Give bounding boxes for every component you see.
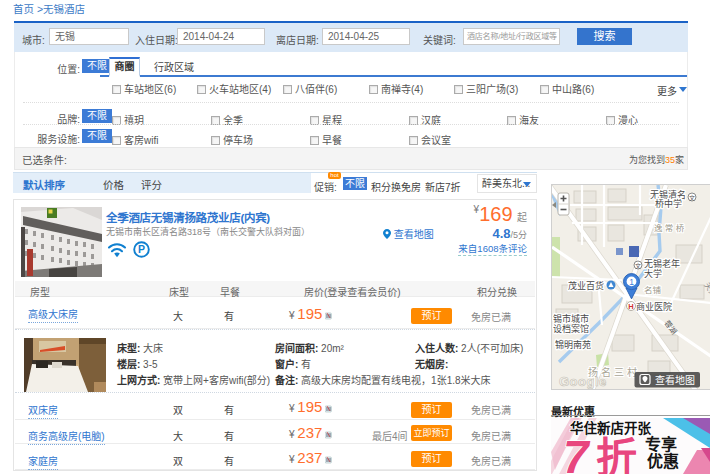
svg-text:文: 文 xyxy=(689,194,695,202)
svg-text:名铺: 名铺 xyxy=(644,285,662,295)
svg-text:茂业百货: 茂业百货 xyxy=(568,280,604,291)
svg-text:7: 7 xyxy=(563,431,591,474)
svg-text:大学: 大学 xyxy=(644,268,662,279)
svg-text:锦明南苑: 锦明南苑 xyxy=(555,339,591,350)
svg-text:1: 1 xyxy=(629,277,634,287)
svg-text:文: 文 xyxy=(635,262,641,270)
svg-text:H: H xyxy=(628,302,633,311)
svg-text:Google: Google xyxy=(559,374,607,389)
svg-text:锡市城市: 锡市城市 xyxy=(553,313,589,324)
svg-text:查看地图: 查看地图 xyxy=(655,374,695,386)
svg-text:优惠: 优惠 xyxy=(647,452,679,470)
svg-text:设档案馆: 设档案馆 xyxy=(553,323,589,334)
svg-text:专享: 专享 xyxy=(645,435,677,453)
svg-text:无锡老年: 无锡老年 xyxy=(644,258,680,269)
svg-text:逸 常 桥: 逸 常 桥 xyxy=(654,223,685,233)
svg-text:P: P xyxy=(138,243,145,255)
svg-text:商业医院: 商业医院 xyxy=(636,301,672,312)
svg-text:折: 折 xyxy=(596,435,637,474)
svg-text:桥中学: 桥中学 xyxy=(655,198,682,209)
